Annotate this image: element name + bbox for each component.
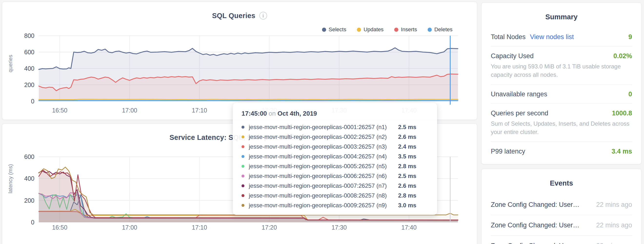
summary-row: Queries per second1000.8Sum of Selects, …: [491, 104, 632, 142]
y-tick-label: 0: [31, 219, 34, 226]
summary-row-label: Unavailable ranges: [491, 90, 547, 98]
node-color-dot-icon: [242, 204, 244, 207]
node-name: jesse-movr-multi-region-georeplicas-0003…: [249, 143, 398, 150]
node-name: jesse-movr-multi-region-georeplicas-0007…: [249, 182, 398, 189]
tooltip-time: 17:45:00: [242, 110, 267, 117]
summary-row-label: Total Nodes: [491, 33, 526, 41]
summary-row-value: 0: [628, 90, 632, 98]
x-tick-label: 17:20: [262, 224, 277, 231]
node-color-dot-icon: [242, 136, 244, 138]
node-name: jesse-movr-multi-region-georeplicas-0002…: [249, 134, 398, 140]
summary-row-description: You are using 593.0 MiB of 3.1 TiB usabl…: [491, 62, 632, 79]
events-panel: Events Zone Config Changed: User…22 mins…: [481, 169, 642, 244]
summary-row-label: Queries per second: [491, 109, 548, 117]
y-tick-label: 400: [24, 175, 34, 182]
node-latency-value: 2.4 ms: [398, 143, 416, 150]
y-tick-label: 200: [24, 81, 34, 88]
y-tick-label: 0: [31, 98, 34, 105]
view-nodes-list-link[interactable]: View nodes list: [530, 33, 574, 41]
event-timestamp: 22 mins ago: [591, 201, 632, 208]
node-name: jesse-movr-multi-region-georeplicas-0006…: [249, 173, 398, 179]
summary-row: Capacity Used0.02%You are using 593.0 Mi…: [491, 46, 632, 85]
node-color-dot-icon: [242, 155, 244, 158]
node-color-dot-icon: [242, 145, 244, 148]
y-tick-label: 400: [24, 65, 34, 72]
sql-queries-chart-canvas[interactable]: 020040060080016:5017:0017:1017:2017:3017…: [2, 2, 477, 119]
events-title: Events: [491, 169, 632, 187]
event-label: Zone Config Changed: User…: [491, 201, 579, 208]
tooltip-node-row: jesse-movr-multi-region-georeplicas-0006…: [242, 171, 428, 181]
node-name: jesse-movr-multi-region-georeplicas-0009…: [249, 202, 398, 209]
tooltip-rows: jesse-movr-multi-region-georeplicas-0001…: [242, 122, 428, 210]
tooltip-date: Oct 4th, 2019: [277, 110, 317, 117]
node-latency-value: 2.5 ms: [398, 173, 416, 179]
summary-row: Unavailable ranges0: [491, 85, 632, 104]
events-rows: Zone Config Changed: User…22 mins agoZon…: [491, 195, 632, 244]
tooltip-node-row: jesse-movr-multi-region-georeplicas-0009…: [242, 200, 428, 210]
summary-title: Summary: [491, 3, 632, 21]
summary-row-value: 9: [628, 33, 632, 41]
event-label: Zone Config Changed: User…: [491, 221, 579, 229]
x-tick-label: 17:10: [192, 224, 207, 231]
node-color-dot-icon: [242, 184, 244, 187]
summary-row: P99 latency3.4 ms: [491, 142, 632, 161]
tooltip-node-row: jesse-movr-multi-region-georeplicas-0001…: [242, 122, 428, 132]
event-row[interactable]: Zone Config Changed: User…22 mins ago: [491, 195, 632, 215]
summary-row-description: Sum of Selects, Updates, Inserts, and De…: [491, 119, 632, 136]
event-label: Zone Config Changed: User…: [491, 242, 579, 244]
node-name: jesse-movr-multi-region-georeplicas-0004…: [249, 153, 398, 160]
sql-queries-chart-card: SQL Queriesi SelectsUpdatesInsertsDelete…: [2, 2, 477, 120]
node-name: jesse-movr-multi-region-georeplicas-0001…: [249, 124, 398, 131]
x-tick-label: 17:00: [122, 224, 137, 231]
y-tick-label: 200: [24, 197, 34, 204]
node-latency-value: 2.8 ms: [398, 192, 416, 199]
x-tick-label: 17:40: [401, 224, 417, 231]
event-timestamp: 22 mins ago: [591, 221, 632, 229]
y-tick-label: 600: [24, 153, 34, 160]
summary-panel: Summary Total NodesView nodes list9Capac…: [481, 3, 642, 164]
summary-row-label: P99 latency: [491, 148, 525, 155]
node-name: jesse-movr-multi-region-georeplicas-0005…: [249, 163, 398, 170]
node-color-dot-icon: [242, 165, 244, 168]
tooltip-node-row: jesse-movr-multi-region-georeplicas-0005…: [242, 161, 428, 171]
x-tick-label: 17:00: [122, 107, 137, 114]
event-row[interactable]: Zone Config Changed: User…22 mins ago: [491, 236, 632, 244]
y-tick-label: 600: [24, 49, 34, 56]
y-tick-label: 800: [24, 32, 34, 39]
node-latency-value: 3.5 ms: [398, 153, 416, 160]
summary-row-value: 0.02%: [613, 52, 632, 60]
x-tick-label: 17:10: [192, 107, 207, 114]
node-latency-value: 2.6 ms: [398, 134, 416, 140]
node-name: jesse-movr-multi-region-georeplicas-0008…: [249, 192, 398, 199]
node-color-dot-icon: [242, 126, 244, 129]
x-tick-label: 16:50: [52, 107, 68, 114]
node-latency-value: 2.6 ms: [398, 182, 416, 189]
node-latency-value: 3.0 ms: [398, 202, 416, 209]
series-line-updates: [39, 99, 458, 99]
node-latency-value: 2.5 ms: [398, 124, 416, 131]
summary-row: Total NodesView nodes list9: [491, 27, 632, 46]
summary-row-value: 3.4 ms: [612, 148, 632, 155]
tooltip-header: 17:45:00 on Oct 4th, 2019: [242, 110, 428, 117]
x-tick-label: 16:50: [52, 224, 68, 231]
chart-hover-tooltip: 17:45:00 on Oct 4th, 2019 jesse-movr-mul…: [233, 103, 437, 215]
node-latency-value: 2.8 ms: [398, 163, 416, 170]
tooltip-node-row: jesse-movr-multi-region-georeplicas-0007…: [242, 181, 428, 191]
summary-row-label: Capacity Used: [491, 52, 534, 60]
tooltip-node-row: jesse-movr-multi-region-georeplicas-0004…: [242, 152, 428, 161]
event-row[interactable]: Zone Config Changed: User…22 mins ago: [491, 215, 632, 236]
event-timestamp: 22 mins ago: [591, 242, 632, 244]
node-color-dot-icon: [242, 194, 244, 197]
tooltip-node-row: jesse-movr-multi-region-georeplicas-0002…: [242, 132, 428, 142]
x-tick-label: 17:30: [332, 224, 347, 231]
summary-rows: Total NodesView nodes list9Capacity Used…: [491, 27, 632, 161]
tooltip-node-row: jesse-movr-multi-region-georeplicas-0003…: [242, 142, 428, 152]
tooltip-node-row: jesse-movr-multi-region-georeplicas-0008…: [242, 191, 428, 200]
node-color-dot-icon: [242, 175, 244, 178]
tooltip-conjunction: on: [268, 110, 276, 117]
summary-row-value: 1000.8: [612, 109, 632, 117]
